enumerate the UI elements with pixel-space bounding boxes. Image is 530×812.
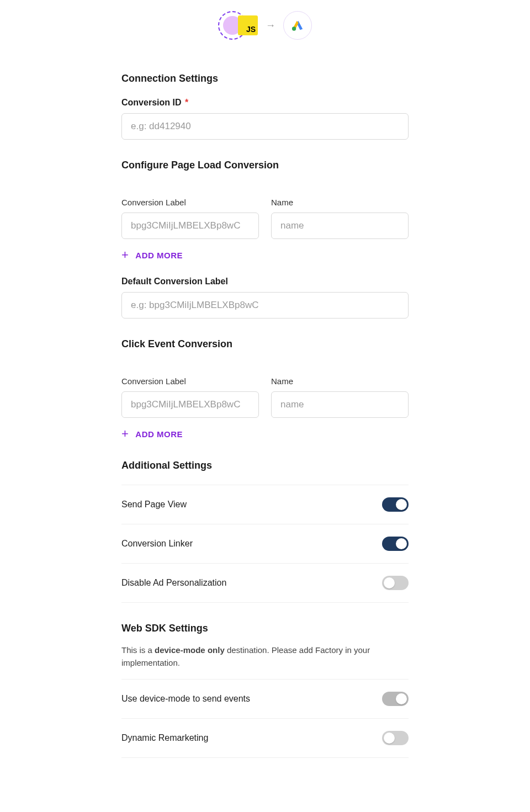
additional-setting-label: Conversion Linker: [121, 539, 193, 549]
sdk-settings-heading: Web SDK Settings: [121, 623, 409, 634]
click-event-add-more-button[interactable]: + ADD MORE: [121, 428, 183, 440]
connection-settings-heading: Connection Settings: [121, 73, 409, 84]
sdk-setting-label: Dynamic Remarketing: [121, 733, 208, 743]
additional-setting-label: Disable Ad Personalization: [121, 578, 226, 588]
sdk-setting-toggle[interactable]: [382, 731, 409, 745]
sdk-setting-row: Dynamic Remarketing: [121, 719, 409, 758]
toggle-knob: [396, 499, 407, 510]
click-event-conversion-label: Conversion Label: [121, 376, 259, 386]
sdk-note-bold: device-mode only: [155, 645, 225, 655]
js-chip-icon: JS: [238, 15, 258, 35]
click-event-heading: Click Event Conversion: [121, 338, 409, 350]
additional-setting-row: Conversion Linker: [121, 524, 409, 564]
google-ads-icon: [292, 19, 304, 31]
toggle-knob: [384, 733, 395, 744]
add-more-label: ADD MORE: [135, 429, 183, 439]
sdk-setting-toggle[interactable]: [382, 692, 409, 706]
default-conversion-input[interactable]: [121, 292, 409, 319]
page-load-add-more-button[interactable]: + ADD MORE: [121, 249, 183, 261]
toggle-knob: [396, 693, 407, 704]
sdk-note-prefix: This is a: [121, 645, 155, 655]
page-load-conversion-input[interactable]: [121, 213, 259, 239]
toggle-knob: [384, 577, 395, 588]
additional-setting-row: Disable Ad Personalization: [121, 564, 409, 603]
destination-badge: [283, 11, 312, 40]
conversion-id-label: Conversion ID *: [121, 98, 409, 108]
plus-icon: +: [121, 249, 129, 261]
source-badge: JS: [218, 11, 247, 40]
additional-setting-row: Send Page View: [121, 485, 409, 524]
click-event-name-input[interactable]: [271, 391, 409, 418]
sdk-setting-row: Use device-mode to send events: [121, 679, 409, 719]
page-load-name-input[interactable]: [271, 213, 409, 239]
sdk-setting-label: Use device-mode to send events: [121, 694, 250, 704]
integration-flow: JS →: [121, 9, 409, 42]
svg-point-0: [292, 26, 296, 30]
click-event-conversion-input[interactable]: [121, 391, 259, 418]
required-asterisk: *: [185, 98, 188, 107]
page-load-conversion-label: Conversion Label: [121, 198, 259, 207]
additional-setting-toggle[interactable]: [382, 537, 409, 551]
sdk-note: This is a device-mode only destination. …: [121, 644, 409, 669]
additional-settings-heading: Additional Settings: [121, 460, 409, 471]
conversion-id-label-text: Conversion ID: [121, 98, 181, 107]
page-load-name-label: Name: [271, 198, 409, 207]
page-load-heading: Configure Page Load Conversion: [121, 160, 409, 171]
additional-setting-toggle[interactable]: [382, 576, 409, 590]
conversion-id-input[interactable]: [121, 113, 409, 140]
additional-setting-label: Send Page View: [121, 500, 187, 510]
default-conversion-label: Default Conversion Label: [121, 277, 409, 286]
arrow-icon: →: [266, 20, 275, 31]
toggle-knob: [396, 538, 407, 549]
add-more-label: ADD MORE: [135, 251, 183, 260]
plus-icon: +: [121, 428, 129, 440]
additional-setting-toggle[interactable]: [382, 497, 409, 512]
click-event-name-label: Name: [271, 376, 409, 386]
